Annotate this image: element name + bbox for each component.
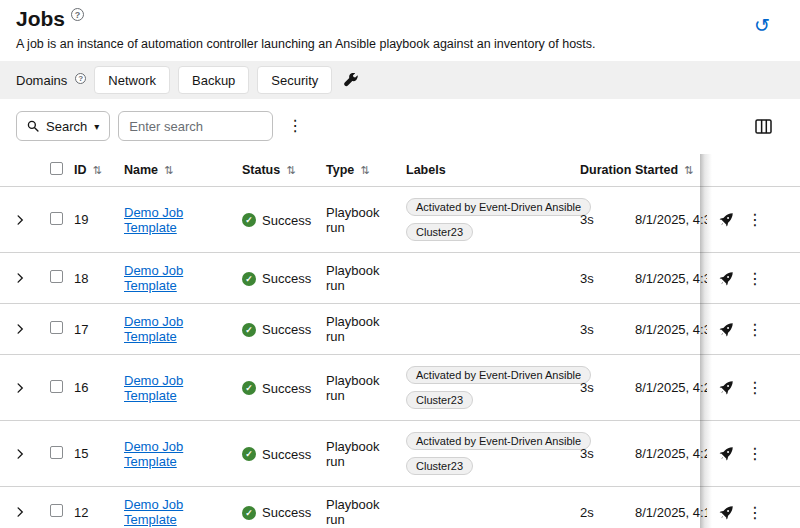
column-header-started[interactable]: Started: [635, 163, 678, 177]
job-name-link[interactable]: Demo Job Template: [124, 497, 183, 527]
row-kebab-menu[interactable]: ⋮: [745, 318, 765, 341]
domains-label: Domains: [16, 73, 67, 88]
job-type: Playbook run: [326, 187, 406, 253]
label-pill: Activated by Event-Driven Ansible: [406, 366, 591, 384]
history-icon[interactable]: ↺: [754, 16, 770, 35]
job-duration: 3s: [580, 304, 635, 355]
column-header-id[interactable]: ID: [74, 163, 87, 177]
job-name-link[interactable]: Demo Job Template: [124, 373, 183, 403]
expand-row-button[interactable]: [12, 270, 28, 286]
job-id: 19: [74, 187, 124, 253]
label-pill: Cluster23: [406, 223, 473, 241]
label-pill: Activated by Event-Driven Ansible: [406, 432, 591, 450]
job-type: Playbook run: [326, 355, 406, 421]
label-pill: Activated by Event-Driven Ansible: [406, 198, 591, 216]
toolbar-kebab-menu[interactable]: ⋮: [281, 114, 309, 138]
row-kebab-menu[interactable]: ⋮: [745, 501, 765, 524]
row-checkbox[interactable]: [50, 446, 63, 459]
sort-icon[interactable]: ⇅: [286, 164, 295, 176]
manage-columns-icon[interactable]: [755, 119, 772, 134]
launch-icon[interactable]: [717, 378, 736, 397]
status-text: Success: [262, 505, 311, 520]
domains-help-icon[interactable]: ?: [75, 73, 86, 84]
job-name-link[interactable]: Demo Job Template: [124, 205, 183, 235]
job-type: Playbook run: [326, 487, 406, 528]
job-type: Playbook run: [326, 253, 406, 304]
select-all-checkbox[interactable]: [50, 162, 63, 175]
row-checkbox[interactable]: [50, 504, 63, 517]
job-started: 8/1/2025, 4:32: [635, 304, 707, 355]
status-text: Success: [262, 271, 311, 286]
table-row: 17 Demo Job Template ✓Success Playbook r…: [0, 304, 800, 355]
label-pill: Cluster23: [406, 457, 473, 475]
table-row: 16 Demo Job Template ✓Success Playbook r…: [0, 355, 800, 421]
row-checkbox[interactable]: [50, 270, 63, 283]
row-checkbox[interactable]: [50, 321, 63, 334]
launch-icon[interactable]: [717, 269, 736, 288]
domain-button-network[interactable]: Network: [94, 66, 170, 94]
row-kebab-menu[interactable]: ⋮: [745, 442, 765, 465]
page-title: Jobs: [16, 6, 65, 32]
job-name-link[interactable]: Demo Job Template: [124, 263, 183, 293]
column-header-duration: Duration: [580, 163, 631, 177]
table-row: 12 Demo Job Template ✓Success Playbook r…: [0, 487, 800, 528]
expand-row-button[interactable]: [12, 321, 28, 337]
launch-icon[interactable]: [717, 320, 736, 339]
row-checkbox[interactable]: [50, 380, 63, 393]
column-header-name[interactable]: Name: [124, 163, 158, 177]
job-type: Playbook run: [326, 304, 406, 355]
success-icon: ✓: [242, 213, 256, 227]
jobs-table-wrap: ID⇅ Name⇅ Status⇅ Type⇅ Labels Duration …: [0, 154, 800, 528]
help-icon[interactable]: ?: [71, 8, 84, 21]
search-icon: [27, 120, 39, 132]
domain-button-security[interactable]: Security: [257, 66, 332, 94]
search-input[interactable]: [118, 111, 273, 141]
status-text: Success: [262, 447, 311, 462]
row-kebab-menu[interactable]: ⋮: [745, 208, 765, 231]
table-row: 18 Demo Job Template ✓Success Playbook r…: [0, 253, 800, 304]
job-duration: 2s: [580, 487, 635, 528]
launch-icon[interactable]: [717, 503, 736, 522]
label-pill: Cluster23: [406, 391, 473, 409]
expand-row-button[interactable]: [12, 212, 28, 228]
success-icon: ✓: [242, 272, 256, 286]
success-icon: ✓: [242, 506, 256, 520]
success-icon: ✓: [242, 323, 256, 337]
status-text: Success: [262, 322, 311, 337]
success-icon: ✓: [242, 381, 256, 395]
table-row: 15 Demo Job Template ✓Success Playbook r…: [0, 421, 800, 487]
job-started: 8/1/2025, 4:11: [635, 487, 707, 528]
expand-row-button[interactable]: [12, 380, 28, 396]
expand-row-button[interactable]: [12, 504, 28, 520]
column-header-type[interactable]: Type: [326, 163, 354, 177]
job-name-link[interactable]: Demo Job Template: [124, 314, 183, 344]
toolbar: Search ▾ ⋮: [0, 111, 800, 141]
job-name-link[interactable]: Demo Job Template: [124, 439, 183, 469]
job-id: 18: [74, 253, 124, 304]
job-id: 16: [74, 355, 124, 421]
job-duration: 3s: [580, 355, 635, 421]
success-icon: ✓: [242, 447, 256, 461]
row-kebab-menu[interactable]: ⋮: [745, 267, 765, 290]
job-started: 8/1/2025, 4:35: [635, 187, 707, 253]
sort-icon[interactable]: ⇅: [164, 164, 173, 176]
status-text: Success: [262, 213, 311, 228]
domain-button-backup[interactable]: Backup: [178, 66, 249, 94]
search-dropdown-button[interactable]: Search ▾: [16, 111, 110, 141]
wrench-icon[interactable]: [344, 73, 358, 87]
job-id: 15: [74, 421, 124, 487]
sort-icon[interactable]: ⇅: [684, 164, 693, 176]
search-dropdown-label: Search: [46, 119, 87, 134]
job-duration: 3s: [580, 421, 635, 487]
expand-row-button[interactable]: [12, 446, 28, 462]
row-kebab-menu[interactable]: ⋮: [745, 376, 765, 399]
sort-icon[interactable]: ⇅: [360, 164, 369, 176]
page-header: Jobs ? ↺ A job is an instance of automat…: [0, 0, 800, 51]
column-header-status[interactable]: Status: [242, 163, 280, 177]
sort-icon[interactable]: ⇅: [93, 164, 102, 176]
launch-icon[interactable]: [717, 444, 736, 463]
job-duration: 3s: [580, 187, 635, 253]
launch-icon[interactable]: [717, 210, 736, 229]
row-checkbox[interactable]: [50, 212, 63, 225]
actions-header: [707, 154, 800, 187]
